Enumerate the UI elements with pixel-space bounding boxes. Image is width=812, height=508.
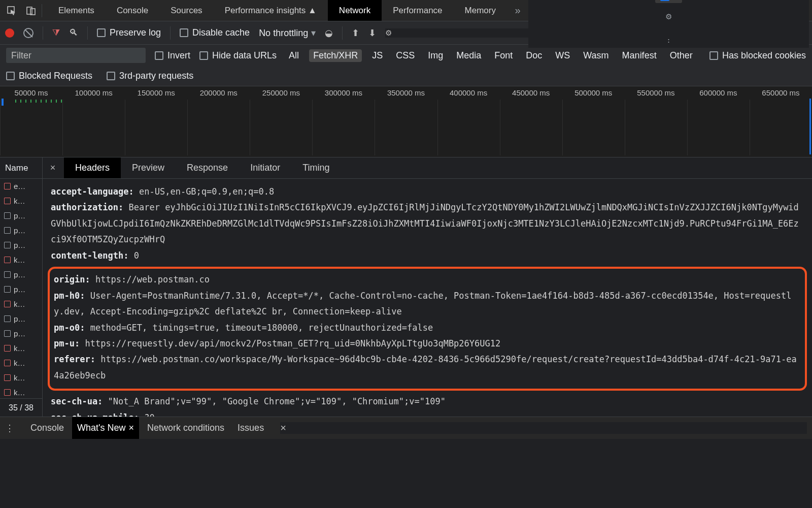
- upload-har-icon[interactable]: ⬆: [352, 27, 359, 39]
- request-status-icon: [4, 198, 11, 204]
- filter-input[interactable]: Filter: [6, 48, 146, 63]
- request-row[interactable]: k…: [0, 385, 42, 398]
- preserve-log-checkbox[interactable]: Preserve log: [97, 27, 161, 38]
- settings-icon[interactable]: ⚙: [660, 8, 677, 25]
- tab-elements[interactable]: Elements: [47, 0, 106, 21]
- clear-button[interactable]: [23, 28, 33, 38]
- request-row[interactable]: k…: [0, 252, 42, 267]
- request-row[interactable]: k…: [0, 341, 42, 356]
- request-name: p…: [14, 241, 25, 249]
- third-party-checkbox[interactable]: 3rd-party requests: [107, 71, 193, 81]
- record-button[interactable]: [5, 28, 14, 38]
- timeline-end-marker: [809, 99, 811, 154]
- inspect-icon[interactable]: [3, 2, 20, 19]
- network-conditions-icon[interactable]: ◒: [325, 27, 333, 39]
- detail-tab-timing[interactable]: Timing: [291, 157, 341, 178]
- request-row[interactable]: p…: [0, 311, 42, 326]
- headers-body[interactable]: accept-language: en-US,en-GB;q=0.9,en;q=…: [43, 179, 812, 417]
- preserve-log-label: Preserve log: [110, 27, 161, 38]
- close-drawer-icon[interactable]: ×: [280, 422, 807, 434]
- detail-tab-response[interactable]: Response: [176, 157, 239, 178]
- separator: [170, 26, 171, 40]
- request-count: 35 / 38: [0, 398, 42, 417]
- request-row[interactable]: e…: [0, 179, 42, 194]
- search-icon[interactable]: 🔍︎: [69, 27, 78, 38]
- request-status-icon: [4, 286, 11, 293]
- separator: [42, 4, 42, 17]
- tab-network[interactable]: Network: [328, 0, 382, 21]
- drawer-tab-issues[interactable]: Issues: [232, 417, 269, 439]
- has-blocked-cookies-checkbox[interactable]: Has blocked cookies: [709, 50, 806, 61]
- messages-badge[interactable]: 1: [655, 0, 682, 3]
- request-status-icon: [4, 212, 11, 219]
- drawer-tab-what-s-new[interactable]: What's New ×: [72, 417, 139, 439]
- filter-type-doc[interactable]: Doc: [523, 49, 545, 62]
- hide-data-urls-checkbox[interactable]: Hide data URLs: [199, 50, 277, 61]
- request-row[interactable]: k…: [0, 194, 42, 208]
- filter-type-fetchxhr[interactable]: Fetch/XHR: [309, 49, 362, 62]
- filter-icon[interactable]: ⧩: [52, 27, 60, 38]
- filter-type-ws[interactable]: WS: [552, 49, 573, 62]
- request-status-icon: [4, 330, 11, 337]
- tab-console[interactable]: Console: [106, 0, 159, 21]
- request-row[interactable]: p…: [0, 326, 42, 341]
- close-icon[interactable]: ×: [129, 423, 134, 433]
- separator: [87, 26, 88, 40]
- tab-sources[interactable]: Sources: [159, 0, 213, 21]
- tab-performance[interactable]: Performance: [382, 0, 453, 21]
- request-status-icon: [4, 315, 11, 322]
- device-toggle-icon[interactable]: [22, 2, 40, 19]
- filter-type-wasm[interactable]: Wasm: [580, 49, 612, 62]
- request-row[interactable]: p…: [0, 282, 42, 297]
- filter-type-css[interactable]: CSS: [393, 49, 418, 62]
- has-blocked-label: Has blocked cookies: [722, 50, 806, 61]
- detail-tab-preview[interactable]: Preview: [121, 157, 176, 178]
- drawer-menu-icon[interactable]: ⋮: [5, 423, 14, 434]
- request-name: p…: [14, 226, 25, 235]
- throttling-select[interactable]: No throttling▾: [259, 27, 316, 39]
- drawer-tabbar: ⋮ ConsoleWhat's New ×Network conditionsI…: [0, 417, 812, 439]
- drawer-tab-console[interactable]: Console: [25, 417, 69, 439]
- disable-cache-checkbox[interactable]: Disable cache: [180, 27, 250, 38]
- tab-performance-insights-[interactable]: Performance insights ▲: [214, 0, 328, 21]
- disable-cache-label: Disable cache: [192, 27, 250, 38]
- request-name: p…: [14, 314, 25, 323]
- filter-type-manifest[interactable]: Manifest: [619, 49, 660, 62]
- request-row[interactable]: k…: [0, 356, 42, 370]
- request-name: k…: [14, 197, 25, 205]
- timeline-tick: 650000 ms: [750, 88, 812, 97]
- request-name: k…: [14, 256, 25, 264]
- detail-tabbar: × HeadersPreviewResponseInitiatorTiming: [43, 157, 812, 179]
- tab-memory[interactable]: Memory: [454, 0, 507, 21]
- request-row[interactable]: k…: [0, 370, 42, 385]
- detail-tab-headers[interactable]: Headers: [64, 157, 121, 178]
- detail-tab-initiator[interactable]: Initiator: [239, 157, 291, 178]
- timeline-tick: 600000 ms: [687, 88, 750, 97]
- request-row[interactable]: k…: [0, 297, 42, 311]
- extra-filter-bar: Blocked Requests 3rd-party requests: [0, 66, 812, 86]
- filter-type-all[interactable]: All: [286, 49, 302, 62]
- message-count: 1: [672, 0, 677, 2]
- request-name: p…: [14, 270, 25, 279]
- filter-type-img[interactable]: Img: [425, 49, 446, 62]
- close-detail-icon[interactable]: ×: [43, 163, 63, 173]
- name-column-header[interactable]: Name: [0, 157, 42, 179]
- panel-settings-icon[interactable]: ⚙: [385, 28, 807, 38]
- highlighted-headers: origin: https://web.postman.co pm-h0: Us…: [48, 267, 807, 391]
- filter-type-other[interactable]: Other: [667, 49, 696, 62]
- more-tabs-icon[interactable]: »: [509, 2, 526, 19]
- filter-type-js[interactable]: JS: [369, 49, 386, 62]
- blocked-requests-checkbox[interactable]: Blocked Requests: [6, 71, 92, 81]
- request-row[interactable]: p…: [0, 208, 42, 223]
- filter-type-media[interactable]: Media: [453, 49, 484, 62]
- request-row[interactable]: p…: [0, 238, 42, 252]
- invert-checkbox[interactable]: Invert: [155, 50, 190, 61]
- request-row[interactable]: p…: [0, 223, 42, 238]
- timeline-tick: 50000 ms: [0, 88, 62, 97]
- download-har-icon[interactable]: ⬇: [368, 27, 376, 39]
- request-row[interactable]: p…: [0, 267, 42, 282]
- timeline[interactable]: 50000 ms100000 ms150000 ms200000 ms25000…: [0, 86, 812, 157]
- drawer-tab-network-conditions[interactable]: Network conditions: [142, 417, 229, 439]
- timeline-tick: 500000 ms: [562, 88, 625, 97]
- filter-type-font[interactable]: Font: [491, 49, 516, 62]
